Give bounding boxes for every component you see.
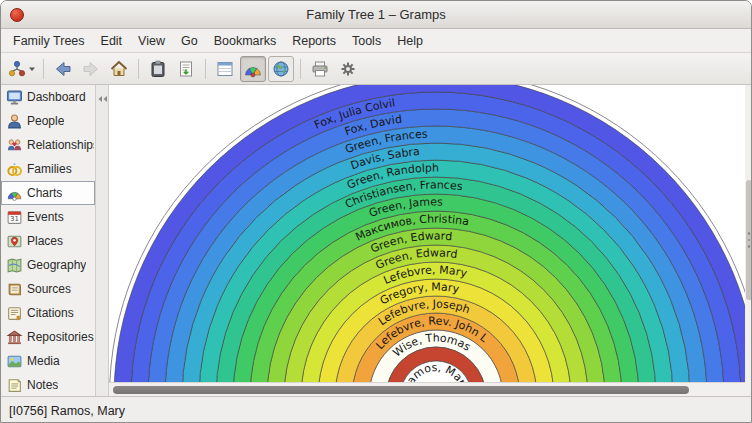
forward-button[interactable] xyxy=(78,56,104,82)
menu-view[interactable]: View xyxy=(130,29,173,52)
charts-icon xyxy=(6,185,23,202)
sidebar-item-label: Geography xyxy=(27,258,86,272)
fan-chart-svg: Wise, ThomasLefebvre, Rev. John LLefebvr… xyxy=(109,85,745,382)
sidebar-item-sources[interactable]: Sources xyxy=(1,277,95,301)
window-close-button[interactable] xyxy=(10,8,24,22)
sidebar-item-events[interactable]: 31Events xyxy=(1,205,95,229)
sidebar: DashboardPeopleRelationshipsFamiliesChar… xyxy=(1,85,96,396)
sources-icon xyxy=(6,281,23,298)
notes-icon xyxy=(6,377,23,394)
horizontal-scrollbar-thumb[interactable] xyxy=(113,386,689,394)
people-icon xyxy=(6,113,23,130)
paste-icon xyxy=(176,59,196,79)
clipboard-button[interactable] xyxy=(145,56,171,82)
sidebar-item-label: Notes xyxy=(27,378,58,392)
sidebar-item-label: Dashboard xyxy=(27,90,86,104)
family-trees-button[interactable] xyxy=(6,56,37,82)
clipboard-icon xyxy=(148,59,168,79)
sidebar-item-people[interactable]: People xyxy=(1,109,95,133)
sidebar-item-citations[interactable]: Citations xyxy=(1,301,95,325)
toolbar-separator xyxy=(43,59,44,79)
svg-text:31: 31 xyxy=(10,215,19,223)
sidebar-item-label: Families xyxy=(27,162,72,176)
sidebar-item-charts[interactable]: Charts xyxy=(1,181,95,205)
repositories-icon xyxy=(6,329,23,346)
fan-chart-icon xyxy=(243,59,263,79)
sidebar-item-media[interactable]: Media xyxy=(1,349,95,373)
citations-icon xyxy=(6,305,23,322)
sidebar-item-label: People xyxy=(27,114,64,128)
media-icon xyxy=(6,353,23,370)
sidebar-item-families[interactable]: Families xyxy=(1,157,95,181)
statusbar: [I0756] Ramos, Mary xyxy=(1,396,751,423)
fan-chart-view-button[interactable] xyxy=(240,56,266,82)
sidebar-item-label: Charts xyxy=(27,186,62,200)
toolbar xyxy=(1,53,751,85)
menu-go[interactable]: Go xyxy=(173,29,206,52)
sidebar-item-dashboard[interactable]: Dashboard xyxy=(1,85,95,109)
fan-chart-view: Wise, ThomasLefebvre, Rev. John LLefebvr… xyxy=(109,85,745,396)
sidebar-item-label: Relationships xyxy=(27,138,94,152)
import-button[interactable] xyxy=(173,56,199,82)
forward-icon xyxy=(81,59,101,79)
back-button[interactable] xyxy=(50,56,76,82)
families-icon xyxy=(6,161,23,178)
globe-icon xyxy=(271,59,291,79)
list-view-button[interactable] xyxy=(212,56,238,82)
sidebar-item-label: Places xyxy=(27,234,63,248)
menu-family-trees[interactable]: Family Trees xyxy=(5,29,93,52)
print-icon xyxy=(310,59,330,79)
menu-reports[interactable]: Reports xyxy=(284,29,344,52)
list-view-icon xyxy=(215,59,235,79)
content-area: DashboardPeopleRelationshipsFamiliesChar… xyxy=(1,85,751,396)
horizontal-scrollbar[interactable] xyxy=(109,382,745,396)
sidebar-item-geography[interactable]: Geography xyxy=(1,253,95,277)
menu-bookmarks[interactable]: Bookmarks xyxy=(206,29,285,52)
vertical-scrollbar[interactable] xyxy=(745,85,752,396)
sidebar-item-repositories[interactable]: Repositories xyxy=(1,325,95,349)
toolbar-separator xyxy=(300,59,301,79)
titlebar[interactable]: Family Tree 1 – Gramps xyxy=(1,1,751,29)
events-icon: 31 xyxy=(6,209,23,226)
home-button[interactable] xyxy=(106,56,132,82)
home-icon xyxy=(109,59,129,79)
sidebar-item-label: Events xyxy=(27,210,64,224)
vertical-scrollbar-thumb[interactable] xyxy=(746,180,752,300)
menubar: Family TreesEditViewGoBookmarksReportsTo… xyxy=(1,29,751,53)
places-icon xyxy=(6,233,23,250)
sidebar-item-notes[interactable]: Notes xyxy=(1,373,95,396)
sidebar-splitter[interactable] xyxy=(96,85,109,396)
relationships-icon xyxy=(6,137,23,154)
sidebar-item-label: Sources xyxy=(27,282,71,296)
dashboard-icon xyxy=(6,89,23,106)
menu-tools[interactable]: Tools xyxy=(344,29,389,52)
sidebar-item-relationships[interactable]: Relationships xyxy=(1,133,95,157)
menu-edit[interactable]: Edit xyxy=(93,29,131,52)
fan-chart-canvas[interactable]: Wise, ThomasLefebvre, Rev. John LLefebvr… xyxy=(109,85,745,382)
gramps-icon xyxy=(7,59,27,79)
sidebar-item-label: Media xyxy=(27,354,60,368)
sidebar-item-places[interactable]: Places xyxy=(1,229,95,253)
geography-icon xyxy=(6,257,23,274)
print-button[interactable] xyxy=(307,56,333,82)
gramps-window: Family Tree 1 – Gramps Family TreesEditV… xyxy=(0,0,752,423)
toolbar-separator xyxy=(138,59,139,79)
caret-down-icon xyxy=(28,65,36,73)
configure-button[interactable] xyxy=(335,56,361,82)
toolbar-separator xyxy=(205,59,206,79)
window-title: Family Tree 1 – Gramps xyxy=(306,7,445,22)
splitter-collapse-icon[interactable] xyxy=(97,89,108,107)
menu-help[interactable]: Help xyxy=(389,29,431,52)
status-text: [I0756] Ramos, Mary xyxy=(9,404,125,418)
sidebar-item-label: Citations xyxy=(27,306,74,320)
sidebar-item-label: Repositories xyxy=(27,330,94,344)
back-icon xyxy=(53,59,73,79)
gear-icon xyxy=(338,59,358,79)
globe-view-button[interactable] xyxy=(268,56,294,82)
